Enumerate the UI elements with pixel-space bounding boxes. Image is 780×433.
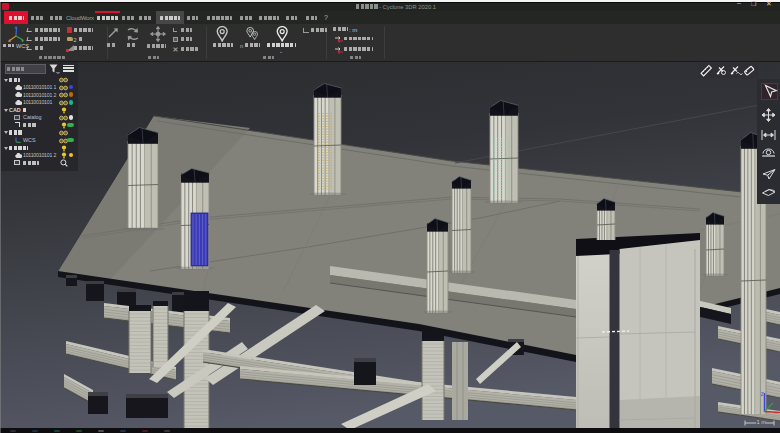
svg-text:z: z (761, 390, 764, 397)
svg-text:1 m: 1 m (757, 419, 767, 425)
